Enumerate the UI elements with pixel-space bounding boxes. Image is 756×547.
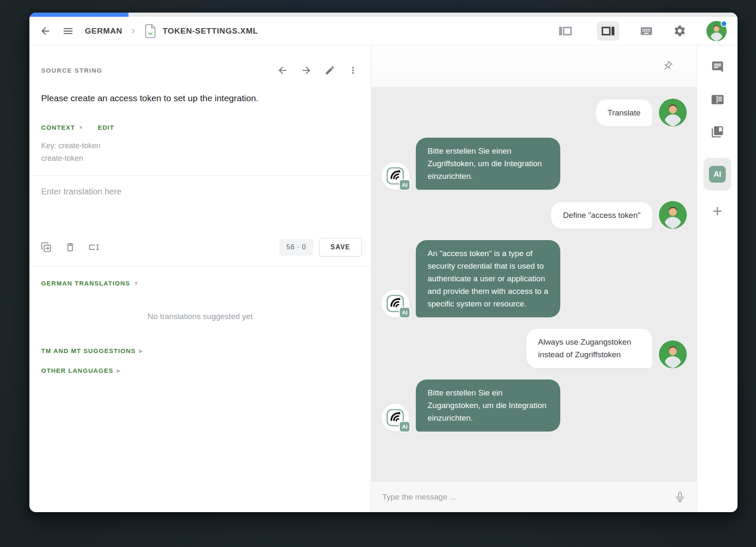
breadcrumb-language[interactable]: GERMAN [85,26,122,36]
chat-message-user: Always use Zugangstoken instead of Zugri… [381,329,687,368]
ai-assistant-avatar: AI [381,404,409,432]
top-bar: GERMAN TOKEN-SETTINGS.XML [29,17,738,45]
more-options-button[interactable] [348,65,358,76]
editor-panel: SOURCE STRING Please create an access to… [29,45,371,512]
user-avatar[interactable] [706,21,727,41]
ai-badge: AI [399,421,410,432]
trash-icon [65,242,76,253]
copy-source-button[interactable] [40,241,52,253]
progress-bar [29,13,738,17]
keyboard-icon [640,24,653,38]
translation-input[interactable] [41,187,359,236]
comments-tab-button[interactable] [711,60,724,73]
ai-assistant-tab-button[interactable]: AI [704,158,731,191]
message-bubble: Always use Zugangstoken instead of Zugri… [526,329,652,368]
online-status-dot [721,21,727,27]
arrow-right-icon [301,65,312,76]
chat-input-bar [371,482,697,512]
message-bubble: Translate [596,99,653,126]
file-type-android-icon [144,24,157,38]
chevron-right-collapsed-icon: ▶ [139,348,143,354]
chevron-right-icon [128,26,138,36]
tools-sidebar: AI [697,45,738,512]
text-cursor-button[interactable] [88,241,100,253]
chat-message-list[interactable]: Translate AI Bitte erstellen Sie einen Z… [371,87,697,482]
textbox-cursor-icon [88,241,100,253]
layout-right-panel-button[interactable] [597,21,620,41]
gear-icon [673,24,686,37]
pin-chat-button[interactable] [662,60,673,72]
context-info-tab-button[interactable] [711,93,724,106]
edit-source-button[interactable] [325,65,335,76]
arrow-back-icon [39,25,51,37]
app-window: GERMAN TOKEN-SETTINGS.XML [29,13,738,512]
translation-editor [29,176,371,238]
other-languages-header-toggle[interactable]: OTHER LANGUAGES [41,367,113,374]
menu-button[interactable] [62,25,74,37]
ai-assistant-avatar: AI [381,290,409,317]
context-edit-button[interactable]: EDIT [98,124,114,131]
user-avatar [659,201,687,229]
layout-left-panel-button[interactable] [554,21,577,41]
message-bubble: Bitte erstellen Sie einen Zugriffstoken,… [416,138,560,190]
clear-translation-button[interactable] [65,242,76,253]
translations-section-header: GERMAN TRANSLATIONS ▼ [41,280,359,287]
breadcrumb: GERMAN TOKEN-SETTINGS.XML [85,24,258,38]
message-bubble: Bitte erstellen Sie ein Zugangstoken, um… [416,379,560,432]
ai-chat-panel: Translate AI Bitte erstellen Sie einen Z… [371,45,697,512]
previous-string-button[interactable] [277,65,288,76]
ai-tool-badge: AI [709,166,726,183]
chat-message-user: Translate [381,99,687,126]
chat-message-ai: AI An "access token" is a type of securi… [381,240,687,317]
chat-message-ai: AI Bitte erstellen Sie einen Zugriffstok… [381,138,687,190]
chevron-down-icon: ▼ [79,125,84,131]
arrow-left-icon [277,65,288,76]
translations-header-toggle[interactable]: GERMAN TRANSLATIONS [41,280,130,287]
source-string-text: Please create an access token to set up … [41,92,359,105]
other-languages-section-header: OTHER LANGUAGES ▶ [41,367,359,374]
plus-icon [710,204,724,218]
tm-mt-section-header: TM AND MT SUGGESTIONS ▶ [41,347,359,354]
context-toggle[interactable]: CONTEXT [41,124,75,131]
mic-button[interactable] [674,491,686,503]
glossary-tab-button[interactable] [711,125,724,139]
source-string-header: SOURCE STRING [29,45,371,76]
context-row: CONTEXT ▼ EDIT [41,124,359,131]
back-button[interactable] [39,25,51,37]
message-bubble: Define "access token" [551,202,652,229]
breadcrumb-file-name[interactable]: TOKEN-SETTINGS.XML [163,26,258,36]
user-avatar [659,99,687,126]
hamburger-menu-icon [62,25,74,37]
settings-button[interactable] [673,24,686,37]
pencil-icon [325,65,335,76]
copy-source-icon [40,241,52,253]
ai-badge: AI [399,307,410,318]
kebab-menu-icon [348,65,358,76]
book-bookmark-icon [711,125,724,139]
tm-mt-header-toggle[interactable]: TM AND MT SUGGESTIONS [41,347,136,354]
ai-assistant-avatar: AI [381,162,409,190]
context-key-value: create-token [41,152,359,165]
suggestions-section: GERMAN TRANSLATIONS ▼ No translations su… [29,266,371,374]
chevron-down-icon: ▼ [134,280,139,286]
no-translations-message: No translations suggested yet [29,312,371,321]
comment-icon [711,60,724,73]
chevron-right-collapsed-icon: ▶ [117,368,121,374]
translation-toolbar: 56 · 0 SAVE [29,238,371,266]
next-string-button[interactable] [301,65,312,76]
microphone-icon [674,491,686,503]
reader-card-icon [711,93,724,106]
panel-right-layout-icon [601,25,615,37]
context-key-line: Key: create-token [41,139,359,152]
context-details: Key: create-token create-token [41,139,359,165]
chat-message-input[interactable] [382,492,674,502]
source-string-label: SOURCE STRING [41,67,264,74]
progress-bar-fill [29,13,129,17]
keyboard-shortcuts-button[interactable] [640,24,653,38]
character-counter: 56 · 0 [279,239,313,256]
ai-badge: AI [399,179,410,191]
chat-message-ai: AI Bitte erstellen Sie ein Zugangstoken,… [381,379,687,432]
chat-header [371,45,697,87]
save-button[interactable]: SAVE [319,238,362,256]
add-panel-button[interactable] [710,204,724,218]
